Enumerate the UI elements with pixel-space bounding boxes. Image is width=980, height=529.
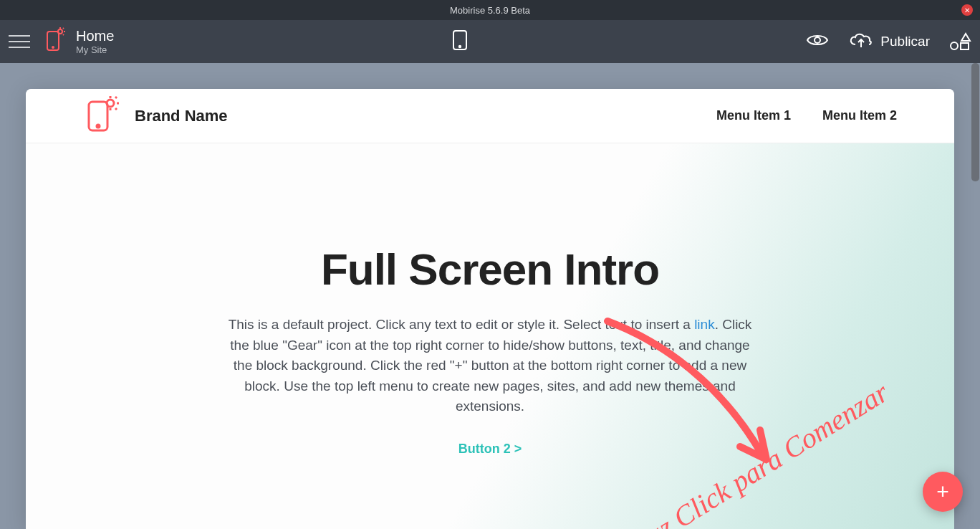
- brand-logo-icon[interactable]: [83, 95, 123, 138]
- canvas-area: Brand Name Menu Item 1 Menu Item 2 Full …: [0, 63, 980, 529]
- hero-description[interactable]: This is a default project. Click any tex…: [225, 315, 755, 417]
- brand-name[interactable]: Brand Name: [135, 107, 228, 125]
- nav-item-2[interactable]: Menu Item 2: [822, 108, 897, 123]
- plus-icon: +: [936, 480, 949, 504]
- vertical-scrollbar[interactable]: [971, 63, 979, 181]
- hero-button[interactable]: Button 2 >: [458, 442, 522, 457]
- cloud-upload-icon: [849, 32, 873, 52]
- site-header-block[interactable]: Brand Name Menu Item 1 Menu Item 2: [26, 89, 954, 143]
- svg-line-18: [115, 97, 117, 98]
- current-site-name: My Site: [76, 44, 114, 55]
- page-icon: [46, 27, 66, 56]
- svg-line-5: [63, 28, 64, 29]
- preview-button[interactable]: [806, 33, 829, 50]
- site-nav: Menu Item 1 Menu Item 2: [716, 108, 897, 123]
- svg-point-8: [459, 46, 461, 47]
- svg-point-14: [97, 125, 100, 128]
- extensions-button[interactable]: [950, 32, 971, 51]
- svg-point-15: [107, 100, 114, 107]
- svg-point-2: [58, 29, 62, 34]
- close-window-button[interactable]: ✕: [961, 4, 973, 16]
- window-title: Mobirise 5.6.9 Beta: [450, 5, 530, 16]
- app-toolbar: Home My Site Publ: [0, 20, 980, 63]
- add-block-button[interactable]: +: [923, 472, 963, 512]
- current-page-title: Home: [76, 28, 114, 44]
- publish-button[interactable]: Publicar: [849, 32, 930, 52]
- page-info[interactable]: Home My Site: [46, 27, 114, 56]
- svg-point-11: [951, 42, 958, 49]
- menu-button[interactable]: [9, 29, 34, 54]
- titlebar: Mobirise 5.6.9 Beta ✕: [0, 0, 980, 20]
- hero-link[interactable]: link: [694, 317, 715, 332]
- publish-label: Publicar: [880, 34, 930, 49]
- svg-line-6: [63, 34, 64, 35]
- svg-line-19: [115, 108, 117, 110]
- hero-block[interactable]: Full Screen Intro This is a default proj…: [26, 143, 954, 529]
- hero-title[interactable]: Full Screen Intro: [321, 244, 659, 295]
- nav-item-1[interactable]: Menu Item 1: [716, 108, 791, 123]
- hero-desc-pre: This is a default project. Click any tex…: [229, 317, 695, 332]
- svg-rect-12: [961, 43, 969, 49]
- svg-point-1: [52, 47, 54, 48]
- page-canvas[interactable]: Brand Name Menu Item 1 Menu Item 2 Full …: [26, 89, 954, 529]
- svg-point-9: [815, 37, 820, 43]
- close-icon: ✕: [964, 6, 970, 14]
- device-mobile-button[interactable]: [452, 29, 468, 54]
